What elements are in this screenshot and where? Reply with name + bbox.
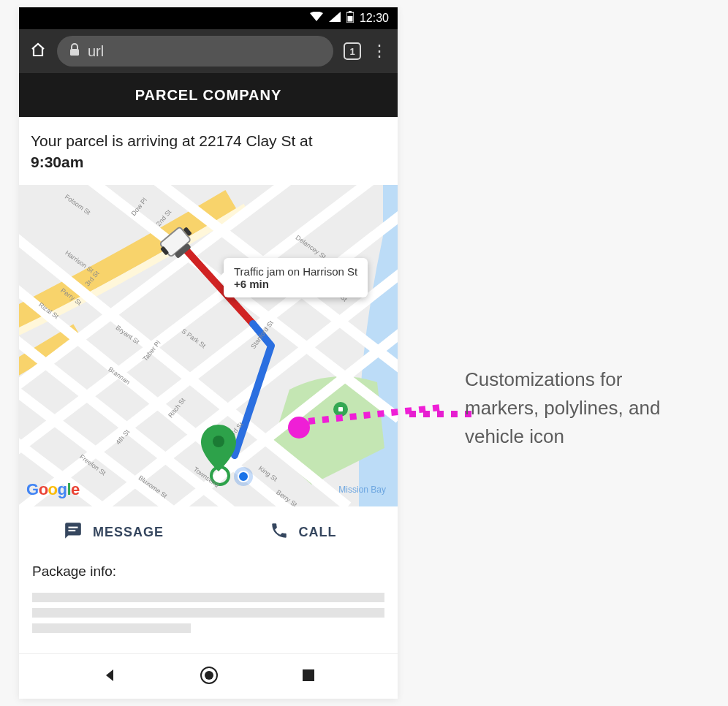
battery-icon (346, 11, 354, 26)
map-area-label: Mission Bay (338, 485, 386, 495)
map-tooltip: Traffic jam on Harrison St +6 min (224, 258, 368, 297)
svg-rect-2 (347, 16, 352, 22)
tooltip-delay: +6 min (234, 278, 357, 290)
arrival-address: 22174 Clay St (199, 132, 295, 149)
lock-icon (69, 43, 80, 60)
nav-home-icon[interactable] (200, 666, 219, 688)
brand-header: PARCEL COMPANY (19, 73, 398, 117)
svg-rect-11 (68, 527, 77, 528)
call-label: CALL (299, 525, 337, 540)
message-label: MESSAGE (93, 525, 164, 540)
arrival-time: 9:30am (31, 153, 83, 170)
svg-rect-1 (349, 11, 352, 12)
svg-point-10 (213, 436, 224, 447)
svg-rect-15 (303, 669, 314, 681)
url-text: url (88, 43, 104, 60)
nav-recent-icon[interactable] (301, 668, 316, 686)
arrival-prefix: Your parcel is arriving at (31, 132, 199, 149)
arrival-middle: at (295, 132, 312, 149)
google-logo: Google (26, 480, 80, 499)
tab-count-value: 1 (349, 46, 354, 57)
location-dot-icon (238, 471, 249, 482)
package-info-placeholder (32, 593, 384, 633)
status-time: 12:30 (360, 12, 389, 25)
svg-point-14 (205, 671, 213, 680)
nav-back-icon[interactable] (102, 667, 118, 686)
phone-frame: 12:30 url 1 ⋮ PARCEL COMPANY Your parcel… (19, 7, 398, 699)
arrival-message: Your parcel is arriving at 22174 Clay St… (19, 117, 398, 185)
map-view[interactable]: Folsom St Harrison St Bryant St Brannan … (19, 185, 398, 506)
android-status-bar: 12:30 (19, 7, 398, 29)
package-info-heading: Package info: (19, 559, 398, 585)
brand-name: PARCEL COMPANY (135, 87, 282, 104)
url-bar[interactable]: url (57, 36, 333, 67)
more-menu-icon[interactable]: ⋮ (371, 43, 387, 59)
browser-toolbar: url 1 ⋮ (19, 29, 398, 73)
wifi-icon (310, 12, 323, 25)
message-button[interactable]: MESSAGE (19, 521, 208, 544)
svg-rect-3 (70, 49, 79, 56)
annotation-highlight-dot (288, 417, 310, 439)
call-button[interactable]: CALL (208, 521, 398, 544)
home-icon[interactable] (29, 41, 47, 61)
android-nav-bar (19, 653, 398, 699)
annotation-text: Customizations for markers, polylines, a… (465, 365, 677, 451)
cell-signal-icon (329, 12, 341, 25)
annotation-dotted-line-ext (409, 411, 471, 417)
phone-icon (270, 521, 289, 544)
tooltip-text: Traffic jam on Harrison St (234, 265, 357, 278)
tabs-button[interactable]: 1 (344, 42, 361, 60)
action-row: MESSAGE CALL (19, 506, 398, 559)
destination-marker-icon (198, 423, 239, 474)
svg-rect-12 (68, 530, 75, 531)
message-icon (64, 521, 83, 544)
